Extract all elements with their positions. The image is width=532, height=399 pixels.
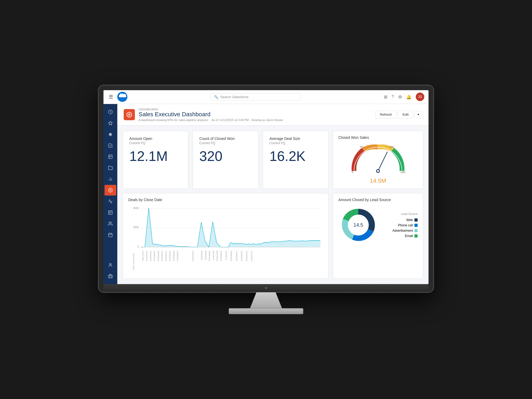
kpi-label-2: Count of Closed Won [199, 136, 252, 141]
kpi-label-1: Amount Open [129, 136, 182, 141]
svg-text:0: 0 [352, 171, 353, 174]
svg-text:29/03/2013: 29/03/2013 [157, 251, 160, 261]
monitor-stand [98, 292, 434, 314]
legend-item-web: Web [392, 218, 418, 222]
donut-legend: Lead Source Web Phone call [392, 212, 418, 238]
salesforce-logo[interactable] [117, 92, 127, 102]
kpi-label-3: Average Deal Size [269, 136, 322, 141]
donut-title: Amount Closed by Lead Source [338, 198, 418, 202]
svg-text:14/02/2013: 14/02/2013 [146, 251, 148, 261]
svg-text:14.5: 14.5 [354, 222, 363, 227]
svg-text:20/08/2015: 20/08/2015 [220, 251, 222, 261]
settings-icon[interactable]: ⚙ [398, 94, 402, 99]
svg-text:24/02/2013: 24/02/2013 [149, 251, 152, 261]
chart-title: Deals by Close Date [128, 198, 323, 202]
gauge-container: 0 5M 15M 20M [349, 142, 407, 176]
svg-text:17/09/2015: 17/09/2015 [235, 251, 238, 261]
svg-text:20/06/2015: 20/06/2015 [208, 251, 211, 261]
sidebar-item-calendar[interactable] [105, 230, 116, 240]
search-icon: 🔍 [214, 95, 218, 99]
kpi-card-amount-open: Amount Open Current FQ 12.1M [123, 131, 188, 189]
svg-text:25/05/2013: 25/05/2013 [173, 251, 175, 261]
nav-actions: ⊞ ? ⚙ 🔔 JD [384, 93, 424, 101]
kpi-card-avg-deal: Average Deal Size Current FQ 16.2K [263, 131, 329, 189]
user-avatar[interactable]: JD [416, 93, 424, 101]
dropdown-button[interactable]: ▾ [415, 111, 422, 118]
sidebar-item-activity[interactable] [105, 207, 116, 218]
legend-color-advertisement [414, 229, 418, 232]
top-navigation: ☰ 🔍 Search Salesforce [103, 90, 429, 104]
bell-icon[interactable]: 🔔 [406, 94, 412, 99]
sidebar-item-analytics[interactable] [105, 196, 116, 207]
sidebar-item-recent[interactable] [105, 107, 116, 117]
legend-color-email [414, 234, 418, 238]
svg-text:15/05/2013: 15/05/2013 [169, 251, 171, 261]
sidebar-item-reports[interactable] [105, 174, 116, 184]
sidebar-item-notes[interactable] [105, 151, 116, 162]
sidebar-item-favorites[interactable] [105, 118, 116, 128]
dashboard-content: Amount Open Current FQ 12.1M Count of Cl… [117, 126, 429, 284]
sidebar [103, 104, 117, 284]
sidebar-item-star[interactable] [105, 129, 116, 140]
dashboard-header: DASHBOARD Sales Executive Dashboard A da… [117, 104, 429, 126]
sidebar-item-contacts[interactable] [105, 218, 116, 229]
svg-text:25/08/2015: 25/08/2015 [230, 251, 232, 261]
line-chart-card: Deals by Close Date 400K 200K 0 [123, 193, 329, 279]
svg-text:5M: 5M [360, 146, 363, 148]
donut-chart: 14.5 [338, 205, 378, 245]
svg-text:23/09/2015: 23/09/2015 [240, 251, 243, 261]
legend-label-email: Email [405, 234, 413, 238]
kpi-sublabel-3: Current FQ [269, 141, 322, 145]
search-box[interactable]: 🔍 Search Salesforce [210, 93, 301, 101]
edit-button[interactable]: Edit [398, 111, 413, 118]
page-title: Sales Executive Dashboard [139, 111, 283, 118]
donut-card: Amount Closed by Lead Source [333, 193, 423, 279]
legend-item-phone: Phone call [392, 223, 418, 227]
dashboard-icon [124, 109, 135, 120]
svg-text:20/10/2015: 20/10/2015 [246, 251, 248, 261]
sidebar-item-dashboard[interactable] [105, 185, 116, 196]
svg-text:10/01/2015: 10/01/2015 [192, 251, 194, 261]
gauge-card: Closed Won Sales [333, 131, 423, 189]
svg-marker-2 [109, 132, 113, 136]
donut-content: 14.5 Lead Source Web [338, 205, 418, 245]
svg-rect-17 [109, 275, 113, 278]
sidebar-item-cases[interactable] [105, 271, 116, 281]
legend-label-advertisement: Advertisement [392, 229, 413, 232]
refresh-button[interactable]: Refresh [375, 111, 397, 118]
chart-area: 400K 200K 0 Sum of Amount [128, 205, 323, 274]
legend-label-web: Web [406, 218, 413, 222]
legend-title: Lead Source [392, 212, 418, 215]
gauge-title: Closed Won Sales [338, 135, 369, 140]
svg-text:30/07/2015: 30/07/2015 [216, 251, 218, 261]
kpi-sublabel-1: Current FQ [129, 141, 182, 145]
sidebar-item-tasks[interactable] [105, 140, 116, 151]
svg-rect-12 [109, 233, 112, 237]
svg-text:3/09/2015: 3/09/2015 [225, 251, 227, 260]
svg-text:3/06/2015: 3/06/2015 [201, 251, 203, 260]
svg-point-11 [109, 222, 111, 223]
svg-text:Close Date: Close Date [142, 251, 144, 261]
svg-point-10 [110, 189, 111, 191]
svg-text:13/04/2013: 13/04/2013 [161, 251, 163, 261]
grid-icon[interactable]: ⊞ [384, 94, 387, 99]
monitor-camera [265, 287, 267, 289]
kpi-sublabel-2: Current FQ [199, 141, 252, 145]
legend-item-advertisement: Advertisement [392, 229, 418, 232]
sidebar-item-people[interactable] [105, 260, 116, 270]
kpi-card-closed-won: Count of Closed Won Current FQ 320 [193, 131, 258, 189]
svg-text:5/06/2015: 5/06/2015 [205, 251, 207, 260]
hamburger-menu[interactable]: ☰ [108, 93, 114, 101]
legend-item-email: Email [392, 234, 418, 238]
sidebar-item-files[interactable] [105, 163, 116, 173]
dashboard-subtitle: A dashboard showing KPIs for sales pipel… [139, 118, 283, 122]
svg-text:0: 0 [138, 245, 139, 248]
svg-text:11/11/2015: 11/11/2015 [251, 251, 253, 261]
content-area: DASHBOARD Sales Executive Dashboard A da… [117, 104, 429, 284]
search-placeholder: Search Salesforce [220, 95, 248, 99]
svg-line-24 [378, 152, 387, 171]
help-icon[interactable]: ? [392, 94, 394, 99]
svg-point-26 [377, 170, 379, 172]
svg-rect-3 [109, 155, 112, 159]
kpi-value-1: 12.1M [129, 149, 182, 163]
